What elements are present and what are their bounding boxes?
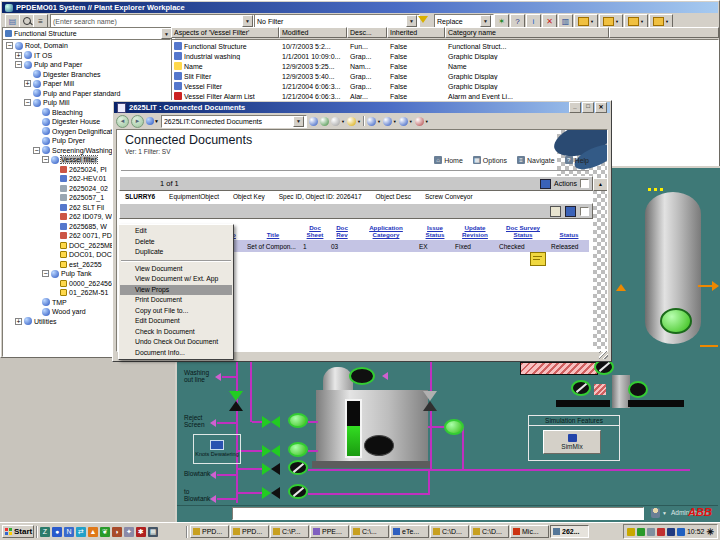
column-header[interactable]: Doc Survey Status xyxy=(497,224,549,240)
flame-icon[interactable]: ▲ xyxy=(88,527,98,537)
column-header[interactable]: Modified xyxy=(279,27,347,38)
menu-item-print-document[interactable]: Print Document xyxy=(120,295,232,306)
search-input[interactable]: (Enter search name)▼ xyxy=(50,14,256,28)
window-icon[interactable]: ▥ xyxy=(558,14,573,28)
collapse-icon[interactable]: − xyxy=(33,147,40,154)
aspect-browser-icon[interactable]: ▤ xyxy=(5,14,20,28)
column-header[interactable]: Inherited xyxy=(387,27,445,38)
folder-open-icon[interactable]: ▼ xyxy=(599,14,623,28)
scroll-up-button[interactable]: ▲ xyxy=(593,178,608,191)
clock[interactable]: 10:52 xyxy=(687,528,705,535)
actions-checkbox[interactable] xyxy=(580,179,589,188)
aspect-menu-button[interactable]: ▼ xyxy=(146,117,159,125)
tree-item[interactable]: Digester Branches xyxy=(3,70,170,80)
task-button[interactable]: C:\P... xyxy=(270,525,309,538)
aspect-address-combo[interactable]: 2625LIT:Connected Documents▼ xyxy=(161,115,307,128)
task-button[interactable]: C:\D... xyxy=(430,525,469,538)
task-button[interactable]: eTe... xyxy=(390,525,429,538)
resize-grip[interactable] xyxy=(599,351,608,359)
actions-label[interactable]: Actions xyxy=(554,180,577,187)
aspect-link-icon[interactable]: ▼ xyxy=(399,117,413,126)
column-header[interactable]: Issue Status xyxy=(417,224,453,240)
task-button[interactable]: 262... xyxy=(550,525,589,538)
column-header[interactable]: Desc... xyxy=(347,27,387,38)
user-dropdown-arrow[interactable]: ▼ xyxy=(662,510,667,516)
close-button[interactable]: ✕ xyxy=(595,102,607,113)
forward-button[interactable]: ► xyxy=(131,115,144,128)
menu-item-duplicate[interactable]: Duplicate xyxy=(120,247,232,258)
help-link[interactable]: ?Help xyxy=(565,156,589,164)
back-button[interactable]: ◄ xyxy=(116,115,129,128)
column-header[interactable]: Doc Sheet xyxy=(301,224,329,240)
column-header[interactable]: Status xyxy=(549,231,589,240)
edit-mode-icon[interactable] xyxy=(550,206,561,217)
maximize-button[interactable]: □ xyxy=(582,102,594,113)
menu-item-undo-check-out-document[interactable]: Undo Check Out Document xyxy=(120,337,232,348)
paint-icon[interactable]: ◗ xyxy=(112,527,122,537)
help-icon[interactable]: ? xyxy=(510,14,525,28)
options-link[interactable]: ▦Options xyxy=(473,156,507,164)
find-tool-icon[interactable] xyxy=(19,14,34,28)
column-header[interactable]: Category name xyxy=(445,27,609,38)
grid-icon[interactable]: ▦ xyxy=(148,527,158,537)
delete-icon[interactable]: ✕ xyxy=(542,14,557,28)
scheduler-icon[interactable] xyxy=(667,528,675,536)
upload-icon[interactable]: ▼ xyxy=(347,117,361,126)
collapse-icon[interactable]: − xyxy=(42,270,49,277)
column-header[interactable]: Doc Rev xyxy=(329,224,355,240)
task-button[interactable]: PPD... xyxy=(230,525,269,538)
expand-icon[interactable]: + xyxy=(24,80,31,87)
note-icon[interactable] xyxy=(530,252,546,266)
column-header[interactable]: Aspects of 'Vessel Filter' xyxy=(171,27,279,38)
task-button[interactable]: C:\... xyxy=(350,525,389,538)
task-button[interactable]: PPD... xyxy=(190,525,229,538)
structure-menu-icon[interactable]: ▼ xyxy=(383,117,397,126)
column-header[interactable]: Title xyxy=(245,231,301,240)
bug-icon[interactable]: ✱ xyxy=(136,527,146,537)
structure-list-icon[interactable]: ≡ xyxy=(33,14,48,28)
photo-editor-icon[interactable]: Z xyxy=(40,527,50,537)
column-header[interactable]: Update Revision xyxy=(453,224,497,240)
menu-item-copy-out-file-to-[interactable]: Copy out File to... xyxy=(120,306,232,317)
aspect-row[interactable]: Functional Structure10/7/2003 5:2...Fun.… xyxy=(172,41,718,51)
start-button[interactable]: Start xyxy=(2,525,34,538)
menu-item-check-in-document[interactable]: Check In Document xyxy=(120,327,232,338)
aspect-row[interactable]: Vessel Filter1/21/2004 6:06:3...Grap...F… xyxy=(172,81,718,91)
network-icon[interactable] xyxy=(637,528,645,536)
popup-titlebar[interactable]: 2625LIT : Connected Documents _ □ ✕ xyxy=(114,102,610,113)
tree-item[interactable]: Pulp and Paper standard xyxy=(3,89,170,99)
task-button[interactable]: Mic... xyxy=(510,525,549,538)
expand-icon[interactable]: + xyxy=(15,52,22,59)
expand-icon[interactable]: + xyxy=(15,318,22,325)
folder-link-icon[interactable]: ▼ xyxy=(649,14,673,28)
sync-icon[interactable]: ⇄ xyxy=(76,527,86,537)
menu-item-view-document[interactable]: View Document xyxy=(120,264,232,275)
knots-dewatering-button[interactable]: Knots Dewatering xyxy=(193,434,241,464)
aspect-row[interactable]: Industrial washing1/1/2001 10:09:0...Gra… xyxy=(172,51,718,61)
graphic-address-input[interactable] xyxy=(232,507,644,520)
folder-add-icon[interactable]: ▼ xyxy=(624,14,648,28)
folder-new-icon[interactable]: ▼ xyxy=(574,14,598,28)
display-icon[interactable] xyxy=(647,528,655,536)
tree-item[interactable]: +IT OS xyxy=(3,51,170,61)
collapse-icon[interactable]: − xyxy=(24,99,31,106)
collapse-icon[interactable]: − xyxy=(6,42,13,49)
pin-icon[interactable] xyxy=(309,117,318,126)
tree-item[interactable]: +Paper Mill xyxy=(3,79,170,89)
tray-extra-icon[interactable]: ✳ xyxy=(706,528,714,536)
tree-item[interactable]: −Pulp and Paper xyxy=(3,60,170,70)
menu-item-edit-document[interactable]: Edit Document xyxy=(120,316,232,327)
menu-item-view-document-w-ext-app[interactable]: View Document w/ Ext. App xyxy=(120,274,232,285)
table-checkbox[interactable] xyxy=(580,207,589,216)
volume-icon[interactable] xyxy=(627,528,635,536)
menu-item-view-props[interactable]: View Props xyxy=(120,285,232,296)
search-dropdown-arrow[interactable]: ▼ xyxy=(242,15,253,27)
tools-icon[interactable]: ✦ xyxy=(124,527,134,537)
scroll-strip[interactable] xyxy=(593,178,607,349)
object-menu-icon[interactable]: ▼ xyxy=(367,117,381,126)
simmix-button[interactable]: SimMix xyxy=(543,430,601,454)
menu-item-document-info-[interactable]: Document Info... xyxy=(120,348,232,359)
antivirus-icon[interactable] xyxy=(657,528,665,536)
node-admin-icon[interactable]: ✶ xyxy=(494,14,509,28)
menu-item-edit[interactable]: Edit xyxy=(120,226,232,237)
